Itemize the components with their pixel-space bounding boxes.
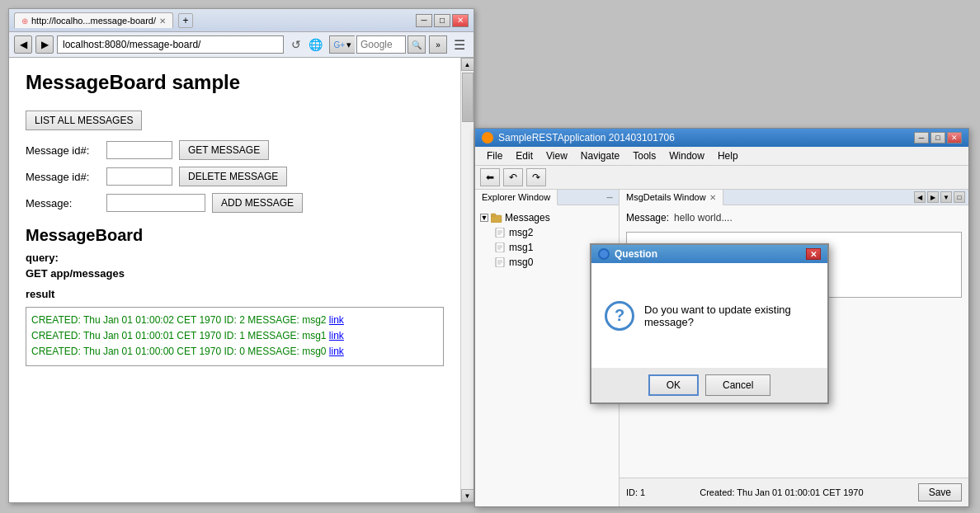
search-provider[interactable]: G+ ▾ (329, 35, 355, 54)
result-link-1[interactable]: link (329, 314, 344, 326)
nb-close-button[interactable]: ✕ (947, 132, 962, 144)
menu-window[interactable]: Window (662, 148, 711, 163)
browser-scroll-area[interactable]: MessageBoard sample LIST ALL MESSAGES Me… (9, 58, 460, 502)
search-button[interactable]: 🔍 (408, 35, 426, 54)
file-icon-msg2 (495, 228, 506, 238)
menu-navigate[interactable]: Navigate (574, 148, 626, 163)
dialog-ok-button[interactable]: OK (648, 374, 699, 396)
details-id: ID: 1 (626, 487, 645, 497)
browser-menu-button[interactable]: ☰ (450, 35, 469, 54)
dialog-message: Do you want to update existing message? (644, 304, 814, 328)
toolbar-undo-button[interactable]: ↶ (503, 168, 523, 186)
tree-label-msg1: msg1 (509, 242, 533, 253)
dialog-title: Question (615, 248, 657, 260)
address-bar[interactable] (57, 35, 284, 54)
menu-help[interactable]: Help (711, 148, 745, 163)
toolbar-redo-button[interactable]: ↷ (526, 168, 546, 186)
tab-title: http://localho...message-board/ (31, 16, 156, 26)
delete-message-label: Message id#: (26, 171, 100, 183)
details-maximize-button[interactable]: □ (954, 191, 965, 203)
netbeans-title-bar: SampleRESTApplication 201403101706 ─ □ ✕ (475, 129, 968, 147)
result-link-2[interactable]: link (329, 330, 344, 341)
menu-edit[interactable]: Edit (509, 148, 539, 163)
more-button[interactable]: » (429, 35, 447, 54)
explorer-tab-bar: Explorer Window ─ (475, 190, 619, 205)
file-icon-msg1 (495, 242, 506, 252)
dialog-title-bar: Question ✕ (591, 245, 827, 263)
get-message-label: Message id#: (26, 144, 100, 157)
tree-label-msg2: msg2 (509, 227, 533, 238)
google-icon: G+ (333, 40, 345, 49)
get-message-row: Message id#: GET MESSAGE (26, 140, 444, 160)
browser-minimize-button[interactable]: ─ (416, 14, 432, 27)
browser-close-button[interactable]: ✕ (452, 14, 469, 27)
get-message-input[interactable] (106, 141, 172, 159)
details-tab-close-icon[interactable]: ✕ (709, 193, 716, 202)
tree-node-msg2[interactable]: msg2 (493, 225, 615, 240)
search-input[interactable] (356, 35, 406, 54)
details-scroll-right-button[interactable]: ▶ (927, 191, 939, 203)
page-title: MessageBoard sample (26, 71, 444, 94)
details-scroll-left-button[interactable]: ◀ (914, 191, 926, 203)
browser-window: ⊕ http://localho...message-board/ ✕ + ─ … (8, 8, 474, 503)
delete-message-row: Message id#: DELETE MESSAGE (26, 167, 444, 186)
tree-toggle-messages[interactable]: ▼ (480, 214, 488, 222)
explorer-tab-label: Explorer Window (482, 192, 550, 202)
result-link-3[interactable]: link (329, 346, 344, 357)
tree-label-messages: Messages (505, 212, 550, 224)
result-text-2: CREATED: Thu Jan 01 01:00:01 CET 1970 ID… (31, 330, 329, 341)
tab-close-icon[interactable]: ✕ (159, 16, 166, 26)
tree-node-messages[interactable]: ▼ Messages (478, 210, 615, 225)
result-row-1: CREATED: Thu Jan 01 01:00:02 CET 1970 ID… (31, 313, 438, 328)
scroll-down-arrow[interactable]: ▼ (461, 489, 474, 502)
details-scroll-down-button[interactable]: ▼ (940, 191, 952, 203)
menu-view[interactable]: View (539, 148, 574, 163)
list-all-messages-button[interactable]: LIST ALL MESSAGES (26, 111, 142, 130)
dialog-title-icon (598, 248, 610, 260)
search-provider-label: ▾ (346, 40, 351, 50)
menu-file[interactable]: File (480, 148, 509, 163)
svg-rect-0 (491, 215, 502, 223)
details-tab[interactable]: MsgDetails Window ✕ (620, 190, 723, 205)
details-tab-bar: MsgDetails Window ✕ ◀ ▶ ▼ □ (620, 190, 968, 205)
dialog-body: ? Do you want to update existing message… (591, 263, 827, 368)
toolbar-back-button[interactable]: ⬅ (480, 168, 500, 186)
dialog-close-button[interactable]: ✕ (806, 248, 821, 260)
result-table: CREATED: Thu Jan 01 01:00:02 CET 1970 ID… (26, 307, 444, 366)
browser-window-controls: ─ □ ✕ (416, 14, 469, 27)
message-field-label: Message: (626, 212, 669, 224)
forward-button[interactable]: ▶ (35, 35, 54, 54)
dialog-cancel-button[interactable]: Cancel (705, 374, 770, 396)
netbeans-app-icon (482, 132, 493, 144)
browser-nav-bar: ◀ ▶ ↺ 🌐 G+ ▾ 🔍 » ☰ (9, 32, 474, 58)
explorer-minimize-button[interactable]: ─ (604, 191, 615, 203)
nb-restore-button[interactable]: □ (931, 132, 945, 144)
browser-scrollbar[interactable]: ▲ ▼ (460, 58, 474, 502)
question-icon: ? (605, 301, 634, 331)
refresh-button[interactable]: ↺ (287, 35, 305, 54)
browser-tab[interactable]: ⊕ http://localho...message-board/ ✕ (14, 12, 173, 28)
result-label: result (26, 288, 444, 300)
nb-minimize-button[interactable]: ─ (914, 132, 929, 144)
get-message-button[interactable]: GET MESSAGE (179, 140, 269, 160)
result-row-2: CREATED: Thu Jan 01 01:00:01 CET 1970 ID… (31, 328, 438, 344)
add-message-button[interactable]: ADD MESSAGE (212, 193, 303, 213)
delete-message-button[interactable]: DELETE MESSAGE (179, 167, 287, 186)
explorer-tab[interactable]: Explorer Window (475, 190, 558, 205)
save-button[interactable]: Save (918, 483, 962, 501)
add-message-input[interactable] (106, 194, 205, 212)
result-row-3: CREATED: Thu Jan 01 01:00:00 CET 1970 ID… (31, 344, 438, 360)
delete-message-input[interactable] (106, 167, 172, 186)
tab-favicon: ⊕ (21, 16, 28, 26)
scroll-up-arrow[interactable]: ▲ (461, 58, 474, 71)
back-button[interactable]: ◀ (14, 35, 32, 54)
question-dialog: Question ✕ ? Do you want to update exist… (590, 243, 829, 404)
message-field-row: Message: hello world.... (626, 212, 962, 224)
new-tab-button[interactable]: + (178, 13, 193, 28)
menu-tools[interactable]: Tools (626, 148, 662, 163)
scroll-thumb[interactable] (462, 73, 474, 122)
add-message-label: Message: (26, 197, 100, 209)
browser-restore-button[interactable]: □ (434, 14, 450, 27)
section2-title: MessageBoard (26, 226, 444, 245)
query-value: GET app/messages (26, 267, 444, 280)
